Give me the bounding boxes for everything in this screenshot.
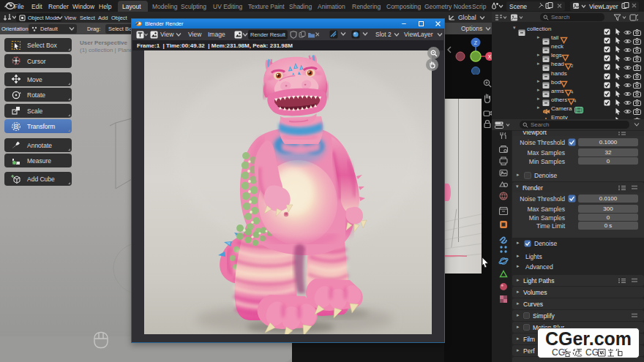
svg-text:CG: CG bbox=[585, 347, 599, 357]
svg-text:CG: CG bbox=[552, 347, 565, 357]
svg-text:X: X bbox=[488, 54, 492, 59]
svg-text:Z: Z bbox=[474, 40, 478, 45]
